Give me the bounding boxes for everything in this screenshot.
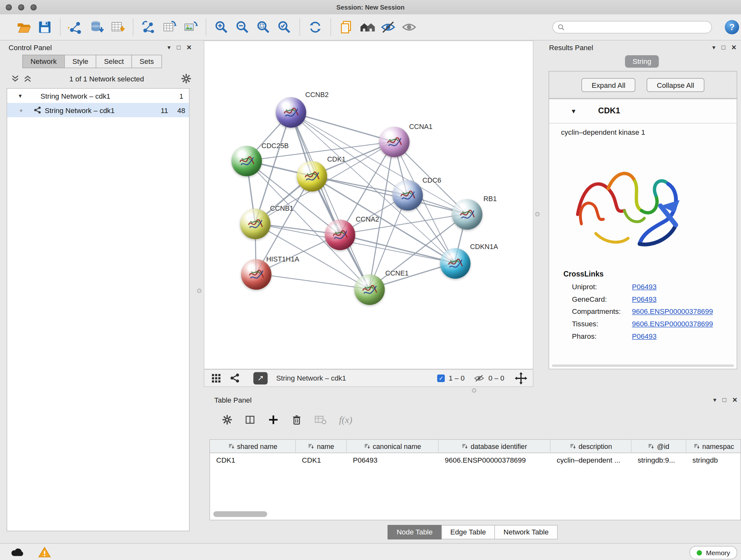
table-cell[interactable]: 9606.ENSP00000378699 — [439, 455, 550, 463]
expand-all-networks-icon[interactable] — [23, 74, 32, 83]
bottom-splitter-handle[interactable] — [472, 388, 476, 392]
network-node-CCNA1[interactable] — [379, 127, 410, 158]
memory-button[interactable]: Memory — [690, 546, 737, 559]
selected-nodes-checkbox-icon[interactable]: ✓ — [437, 374, 445, 382]
network-node-CDK1[interactable] — [297, 161, 327, 192]
gene-header[interactable]: ▼ CDK1 — [549, 99, 737, 123]
tab-edge-table[interactable]: Edge Table — [441, 525, 495, 540]
network-node-HIST1H1A[interactable] — [241, 259, 272, 290]
gear-icon[interactable] — [181, 73, 192, 84]
import-network-database-icon[interactable] — [86, 17, 107, 38]
gene-collapse-icon[interactable]: ▼ — [570, 108, 577, 115]
crosslink-link[interactable]: P06493 — [632, 295, 657, 303]
node-table[interactable]: shared namenamecanonical namedatabase id… — [210, 439, 741, 520]
collapse-all-networks-icon[interactable] — [10, 74, 20, 83]
left-splitter-handle[interactable] — [197, 289, 201, 293]
import-network-file-icon[interactable] — [65, 17, 86, 38]
cloud-icon[interactable] — [10, 547, 25, 557]
results-panel-close-icon[interactable]: × — [731, 43, 736, 51]
table-cell[interactable]: cyclin–dependent ... — [550, 455, 631, 463]
open-session-icon[interactable] — [13, 17, 35, 38]
hide-annotations-icon[interactable] — [378, 17, 399, 38]
zoom-out-icon[interactable] — [232, 17, 253, 38]
crosslink-link[interactable]: P06493 — [632, 332, 657, 340]
tab-network[interactable]: Network — [22, 55, 65, 68]
network-canvas[interactable]: CCNB2CCNA1CDC25BCDK1CDC6RB1CCNB1CCNA2CDK… — [204, 41, 534, 369]
delete-icon[interactable] — [291, 415, 302, 425]
network-node-CDC25B[interactable] — [231, 146, 262, 177]
network-node-CCNB1[interactable] — [240, 209, 271, 240]
column-header--id[interactable]: @id — [631, 440, 686, 452]
tab-style[interactable]: Style — [64, 55, 96, 68]
right-splitter-handle[interactable] — [535, 212, 539, 216]
control-panel-float-icon[interactable]: □ — [177, 44, 181, 50]
network-node-CDC6[interactable] — [393, 180, 423, 211]
tab-node-table[interactable]: Node Table — [388, 525, 442, 540]
zoom-in-icon[interactable] — [211, 17, 232, 38]
results-panel-float-icon[interactable]: □ — [722, 44, 725, 50]
window-close-button[interactable] — [6, 4, 12, 10]
zoom-selected-icon[interactable] — [274, 17, 295, 38]
crosslink-link[interactable]: 9606.ENSP00000378699 — [632, 307, 713, 315]
crosslink-link[interactable]: P06493 — [632, 283, 657, 291]
save-session-icon[interactable] — [34, 17, 55, 38]
table-cell[interactable]: stringdb — [686, 455, 741, 463]
help-button[interactable]: ? — [725, 20, 739, 35]
table-cell[interactable]: P06493 — [347, 455, 439, 463]
zoom-fit-icon[interactable] — [253, 17, 274, 38]
column-header-name[interactable]: name — [296, 440, 347, 452]
table-cell[interactable]: CDK1 — [210, 455, 296, 463]
network-node-CCNA2[interactable] — [325, 220, 355, 250]
export-table-icon[interactable] — [159, 17, 180, 38]
collapse-all-button[interactable]: Collapse All — [647, 78, 704, 91]
expand-all-button[interactable]: Expand All — [582, 78, 635, 91]
birdseye-view-icon[interactable] — [211, 373, 221, 383]
table-cell[interactable]: CDK1 — [296, 455, 347, 463]
clone-network-icon[interactable] — [138, 17, 159, 38]
import-table-file-icon[interactable] — [107, 17, 128, 38]
network-row-selected[interactable]: ● String Network – cdk1 11 48 — [7, 103, 189, 117]
results-scrollbar[interactable] — [552, 365, 734, 367]
show-columns-icon[interactable] — [245, 415, 255, 425]
tab-network-table[interactable]: Network Table — [494, 525, 557, 540]
open-in-new-window-icon[interactable]: ↗ — [253, 372, 268, 384]
table-row[interactable]: CDK1CDK1P064939606.ENSP00000378699cyclin… — [210, 453, 740, 466]
table-horizontal-scrollbar[interactable] — [213, 511, 267, 517]
network-collection-row[interactable]: ▼ String Network – cdk1 1 — [7, 89, 189, 103]
crosslink-link[interactable]: 9606.ENSP00000378699 — [632, 320, 713, 327]
column-header-shared-name[interactable]: shared name — [210, 440, 296, 452]
results-panel-collapse-icon[interactable]: ▾ — [712, 44, 716, 50]
column-header-description[interactable]: description — [550, 440, 631, 452]
window-zoom-button[interactable] — [30, 4, 37, 10]
toolbar-search[interactable] — [552, 21, 712, 34]
table-panel-float-icon[interactable]: □ — [723, 396, 726, 402]
control-panel-collapse-icon[interactable]: ▾ — [167, 44, 171, 50]
column-header-namespac[interactable]: namespac — [686, 440, 741, 452]
refresh-layout-icon[interactable] — [305, 17, 326, 38]
tab-select[interactable]: Select — [96, 55, 132, 68]
network-node-CCNB2[interactable] — [276, 97, 307, 128]
network-node-CCNE1[interactable] — [354, 274, 385, 305]
search-input[interactable] — [568, 23, 712, 31]
table-panel-close-icon[interactable]: × — [732, 395, 737, 403]
table-panel-collapse-icon[interactable]: ▾ — [713, 396, 717, 402]
tab-sets[interactable]: Sets — [131, 55, 162, 68]
network-node-CDKN1A[interactable] — [440, 248, 471, 279]
copy-document-icon[interactable] — [336, 17, 357, 38]
home-panels-icon[interactable] — [357, 17, 378, 38]
column-header-database-identifier[interactable]: database identifier — [439, 440, 550, 452]
network-node-RB1[interactable] — [452, 199, 482, 230]
export-image-icon[interactable] — [180, 17, 201, 38]
control-panel-close-icon[interactable]: × — [187, 43, 192, 51]
gear-icon[interactable] — [222, 415, 232, 425]
tab-string[interactable]: String — [625, 55, 659, 68]
window-minimize-button[interactable] — [18, 4, 24, 10]
show-annotations-icon[interactable] — [399, 17, 420, 38]
column-header-canonical-name[interactable]: canonical name — [347, 440, 439, 452]
tree-expand-icon[interactable]: ▼ — [17, 93, 23, 99]
fit-content-crosshair-icon[interactable] — [515, 372, 527, 384]
warning-icon[interactable] — [38, 546, 51, 558]
table-cell[interactable]: stringdb:9... — [631, 455, 686, 463]
string-share-icon[interactable] — [230, 373, 240, 383]
add-row-icon[interactable] — [268, 414, 279, 426]
